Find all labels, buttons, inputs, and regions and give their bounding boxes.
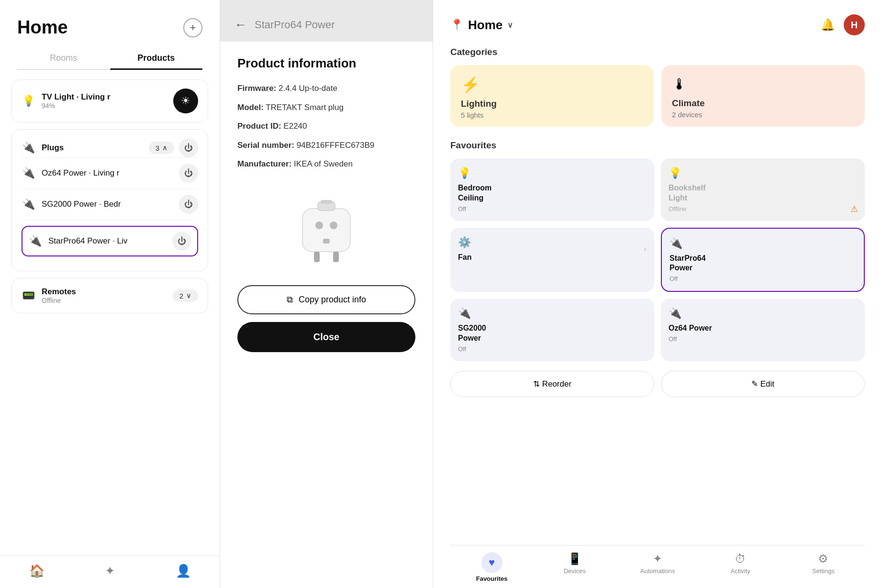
fav-starpro64[interactable]: 🔌 StarPro64Power Off [661,228,865,292]
left-title: Home [17,17,68,38]
plugs-power-button[interactable]: ⏻ [179,138,198,157]
tv-light-toggle[interactable]: ☀ [173,89,198,113]
model-row: Model: TRETAKT Smart plug [237,101,415,114]
home-icon: 🏠 [29,564,45,578]
manufacturer-label: Manufacturer: [237,159,291,168]
bookshelf-light-icon: 💡 [669,167,857,179]
middle-header: ← StarPro64 Power [220,0,433,42]
fav-oz64[interactable]: 🔌 Oz64 Power Off [661,299,865,361]
location-icon: 📍 [450,19,463,31]
warning-icon: ⚠ [850,204,858,214]
bedroom-ceiling-status: Off [458,205,647,212]
back-button[interactable]: ← [234,17,247,32]
oz64-name: Oz64 Power · Living r [42,168,172,178]
home-selector[interactable]: 📍 Home ∨ [450,18,513,33]
notifications-icon[interactable]: 🔔 [821,18,835,32]
remotes-count[interactable]: 2 ∨ [173,289,198,302]
copy-product-info-button[interactable]: ⧉ Copy product info [237,285,415,314]
tv-light-name: TV Light · Living r [42,92,167,102]
lighting-category[interactable]: ⚡ Lighting 5 lights [450,65,654,127]
activity-icon: ⏱ [735,552,746,566]
categories-title: Categories [450,47,865,57]
right-bottom-nav: ♥ Favourites 📱 Devices ✦ Automations ⏱ A… [450,545,865,588]
favourites-heart-icon: ♥ [481,552,502,573]
favourites-title: Favourites [450,140,865,151]
tab-rooms[interactable]: Rooms [17,47,110,69]
settings-icon: ⚙ [818,552,828,566]
tab-products[interactable]: Products [110,47,203,69]
svg-rect-6 [314,252,320,262]
close-button[interactable]: Close [237,322,415,352]
middle-panel: ← StarPro64 Power Product information Fi… [220,0,433,588]
favourites-nav-label: Favourites [476,575,508,582]
product-image [237,185,415,271]
manufacturer-row: Manufacturer: IKEA of Sweden [237,158,415,170]
svg-rect-3 [323,239,330,244]
starpro64-name: StarPro64 Power · Liv [48,236,166,246]
left-nav-sparkle[interactable]: ✦ [73,564,146,578]
climate-count: 2 devices [672,111,854,119]
right-nav-activity[interactable]: ⏱ Activity [699,552,782,588]
sg2000-name: SG2000 Power · Bedr [42,200,172,209]
fav-sg2000[interactable]: 🔌 SG2000Power Off [450,299,654,361]
tv-light-card[interactable]: 💡 TV Light · Living r 94% ☀ [11,79,208,122]
automations-nav-label: Automations [640,567,675,575]
starpro64-icon: 🔌 [28,235,42,247]
tabs: Rooms Products [17,47,202,70]
activity-nav-label: Activity [731,567,750,575]
action-buttons: ⇅ Reorder ✎ Edit [450,371,865,397]
device-list: 💡 TV Light · Living r 94% ☀ 🔌 Plugs [0,70,220,555]
fav-bedroom-ceiling[interactable]: 💡 BedroomCeiling Off [450,158,654,221]
sg2000-row: 🔌 SG2000 Power · Bedr ⏻ [22,189,198,220]
fav-bookshelf-light[interactable]: 💡 BookshelfLight Offline ⚠ [661,158,865,221]
remotes-expand-icon: ∨ [186,291,191,300]
sg2000-power-button[interactable]: ⏻ [179,195,198,214]
right-nav-settings[interactable]: ⚙ Settings [782,552,865,588]
oz64-fav-status: Off [669,335,857,343]
remotes-card[interactable]: 📟 Remotes Offline 2 ∨ [11,278,208,313]
oz64-power-button[interactable]: ⏻ [179,164,198,183]
right-nav-favourites[interactable]: ♥ Favourites [450,552,533,588]
starpro64-fav-name: StarPro64Power [670,254,856,274]
oz64-icon: 🔌 [22,167,35,179]
middle-header-title: StarPro64 Power [255,19,335,31]
manufacturer-value: IKEA of Sweden [294,159,353,168]
right-nav-devices[interactable]: 📱 Devices [533,552,616,588]
svg-point-2 [330,222,337,229]
left-nav-profile[interactable]: 👤 [146,564,220,578]
devices-icon: 📱 [568,552,582,566]
lighting-name: Lighting [461,99,643,109]
bookshelf-light-name: BookshelfLight [669,183,857,203]
plugs-card: 🔌 Plugs 3 ∧ ⏻ 🔌 Oz64 Power · Living r [11,129,208,271]
avatar[interactable]: H [844,14,865,35]
climate-category[interactable]: 🌡 Climate 2 devices [661,65,865,127]
categories-grid: ⚡ Lighting 5 lights 🌡 Climate 2 devices [450,65,865,127]
serial-row: Serial number: 94B216FFFEC673B9 [237,139,415,152]
home-label: Home [468,18,502,33]
starpro64-fav-icon: 🔌 [670,237,856,250]
sg2000-fav-icon: 🔌 [458,307,647,320]
remotes-status: Offline [42,297,166,304]
fan-chevron-icon: › [644,244,647,254]
svg-rect-0 [302,209,350,252]
fav-fan[interactable]: ⚙️ Fan › [450,228,654,292]
plugs-count[interactable]: 3 ∧ [149,142,174,154]
copy-icon: ⧉ [287,295,293,305]
chevron-down-icon: ∨ [507,21,513,30]
reorder-button[interactable]: ⇅ Reorder [450,371,654,397]
right-nav-automations[interactable]: ✦ Automations [616,552,699,588]
firmware-label: Firmware: [237,84,276,93]
left-nav-home[interactable]: 🏠 [0,564,73,578]
edit-button[interactable]: ✎ Edit [661,371,865,397]
add-home-button[interactable]: + [183,18,202,37]
starpro64-power-button[interactable]: ⏻ [172,232,191,251]
remotes-icon: 📟 [22,289,35,302]
settings-nav-label: Settings [812,567,835,575]
product-id-label: Product ID: [237,122,281,131]
product-id-value: E2240 [283,122,307,131]
climate-name: Climate [672,98,854,109]
model-value: TRETAKT Smart plug [266,103,344,112]
sg2000-icon: 🔌 [22,198,35,211]
bookshelf-light-status: Offline [669,205,857,212]
tv-light-percent: 94% [42,102,167,110]
